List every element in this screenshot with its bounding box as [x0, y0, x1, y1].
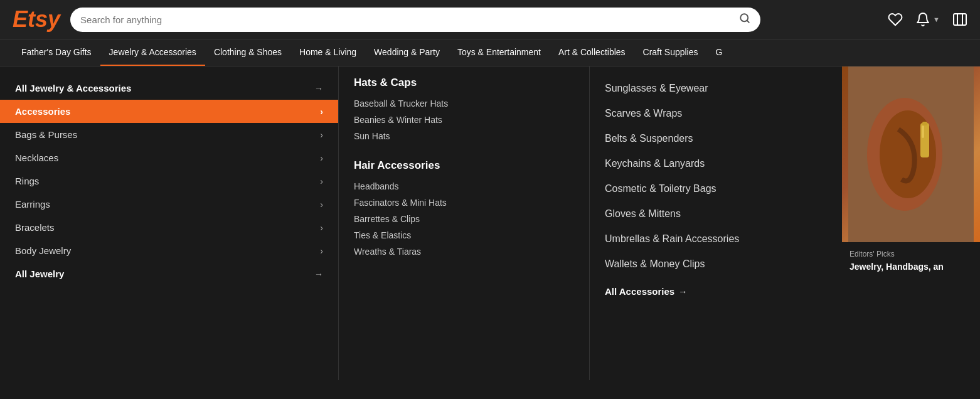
svg-rect-9: [922, 122, 927, 125]
editors-picks-title[interactable]: Jewelry, Handbags, an: [850, 261, 972, 272]
sun-hats[interactable]: Sun Hats: [354, 128, 574, 144]
sunglasses-eyewear[interactable]: Sunglasses & Eyewear: [605, 77, 827, 100]
necklaces-item[interactable]: Necklaces ›: [0, 146, 338, 169]
bracelets-label: Bracelets: [15, 222, 55, 233]
gloves-mittens[interactable]: Gloves & Mittens: [605, 202, 827, 226]
svg-line-1: [747, 20, 749, 22]
body-jewelry-item[interactable]: Body Jewelry ›: [0, 239, 338, 262]
hair-accessories-title[interactable]: Hair Accessories: [354, 159, 574, 172]
nav-jewelry-accessories[interactable]: Jewelry & Accessories: [100, 40, 205, 66]
nav-home-living[interactable]: Home & Living: [290, 40, 365, 66]
belts-suspenders[interactable]: Belts & Suspenders: [605, 127, 827, 151]
bags-purses-label: Bags & Purses: [15, 129, 77, 140]
accessories-item[interactable]: Accessories ›: [0, 100, 338, 123]
nav-art-collectibles[interactable]: Art & Collectibles: [550, 40, 634, 66]
wallets-money-clips[interactable]: Wallets & Money Clips: [605, 252, 827, 276]
editors-picks-image[interactable]: [842, 66, 980, 242]
scarves-wraps[interactable]: Scarves & Wraps: [605, 102, 827, 125]
all-jewelry-link[interactable]: All Jewelry →: [0, 262, 338, 285]
rings-item[interactable]: Rings ›: [0, 169, 338, 193]
body-jewelry-chevron: ›: [320, 246, 323, 256]
barrettes-clips[interactable]: Barrettes & Clips: [354, 211, 574, 227]
keychains-lanyards[interactable]: Keychains & Lanyards: [605, 152, 827, 176]
all-jewelry-accessories-label: All Jewelry & Accessories: [15, 83, 131, 93]
all-accessories-arrow: →: [678, 287, 687, 297]
nav-wedding-party[interactable]: Wedding & Party: [365, 40, 449, 66]
baseball-trucker-hats[interactable]: Baseball & Trucker Hats: [354, 95, 574, 112]
editors-picks-panel: Editors' Picks Jewelry, Handbags, an: [842, 66, 980, 380]
accessories-chevron: ›: [320, 107, 323, 117]
rings-label: Rings: [15, 176, 39, 186]
cosmetic-toiletry-bags[interactable]: Cosmetic & Toiletry Bags: [605, 177, 827, 201]
nav-bar: Father's Day Gifts Jewelry & Accessories…: [0, 40, 980, 66]
nav-clothing-shoes[interactable]: Clothing & Shoes: [205, 40, 290, 66]
umbrellas-rain-accessories[interactable]: Umbrellas & Rain Accessories: [605, 227, 827, 251]
bracelets-item[interactable]: Bracelets ›: [0, 216, 338, 239]
etsy-logo[interactable]: Etsy: [13, 6, 60, 33]
fascinators-mini-hats[interactable]: Fascinators & Mini Hats: [354, 194, 574, 211]
nav-fathers-day[interactable]: Father's Day Gifts: [13, 40, 100, 66]
nav-craft-supplies[interactable]: Craft Supplies: [634, 40, 707, 66]
svg-rect-10: [922, 125, 924, 138]
right-panel: Sunglasses & Eyewear Scarves & Wraps Bel…: [590, 66, 842, 380]
headbands[interactable]: Headbands: [354, 178, 574, 194]
nav-toys-entertainment[interactable]: Toys & Entertainment: [449, 40, 550, 66]
beanies-winter-hats[interactable]: Beanies & Winter Hats: [354, 112, 574, 128]
bracelets-chevron: ›: [320, 223, 323, 233]
body-jewelry-label: Body Jewelry: [15, 245, 71, 256]
rings-chevron: ›: [320, 176, 323, 186]
notification-chevron: ▼: [933, 16, 940, 23]
necklaces-label: Necklaces: [15, 152, 58, 163]
middle-panel: Hats & Caps Baseball & Trucker Hats Bean…: [339, 66, 590, 380]
editors-picks-label: Editors' Picks: [850, 250, 972, 258]
all-jewelry-arrow: →: [314, 269, 323, 279]
all-accessories-label: All Accessories: [605, 286, 674, 297]
hats-caps-title[interactable]: Hats & Caps: [354, 77, 574, 89]
account-icon[interactable]: [952, 12, 967, 27]
hair-accessories-section: Hair Accessories Headbands Fascinators &…: [354, 159, 574, 260]
header-icons: ▼: [888, 12, 967, 27]
all-jewelry-chevron: →: [314, 83, 323, 93]
earrings-label: Earrings: [15, 199, 50, 210]
left-panel: All Jewelry & Accessories → Accessories …: [0, 66, 339, 380]
ties-elastics[interactable]: Ties & Elastics: [354, 227, 574, 243]
search-icon[interactable]: [739, 13, 750, 27]
notifications-icon[interactable]: ▼: [915, 12, 940, 27]
necklaces-chevron: ›: [320, 153, 323, 163]
bags-purses-item[interactable]: Bags & Purses ›: [0, 123, 338, 146]
accessories-label: Accessories: [15, 106, 70, 117]
search-input[interactable]: [80, 14, 734, 25]
dropdown-menu: All Jewelry & Accessories → Accessories …: [0, 66, 980, 380]
search-bar[interactable]: [70, 8, 760, 32]
earrings-chevron: ›: [320, 200, 323, 210]
all-accessories-link[interactable]: All Accessories →: [605, 286, 827, 297]
all-jewelry-label: All Jewelry: [15, 269, 64, 279]
all-jewelry-accessories-link[interactable]: All Jewelry & Accessories →: [0, 77, 338, 100]
header: Etsy ▼: [0, 0, 980, 40]
hats-caps-section: Hats & Caps Baseball & Trucker Hats Bean…: [354, 77, 574, 144]
svg-rect-2: [954, 14, 966, 25]
wreaths-tiaras[interactable]: Wreaths & Tiaras: [354, 243, 574, 260]
bags-chevron: ›: [320, 130, 323, 140]
favorites-icon[interactable]: [888, 12, 903, 27]
editors-caption: Editors' Picks Jewelry, Handbags, an: [842, 242, 980, 280]
earrings-item[interactable]: Earrings ›: [0, 193, 338, 216]
right-links-list: Sunglasses & Eyewear Scarves & Wraps Bel…: [605, 77, 827, 276]
nav-more[interactable]: G: [707, 40, 732, 66]
